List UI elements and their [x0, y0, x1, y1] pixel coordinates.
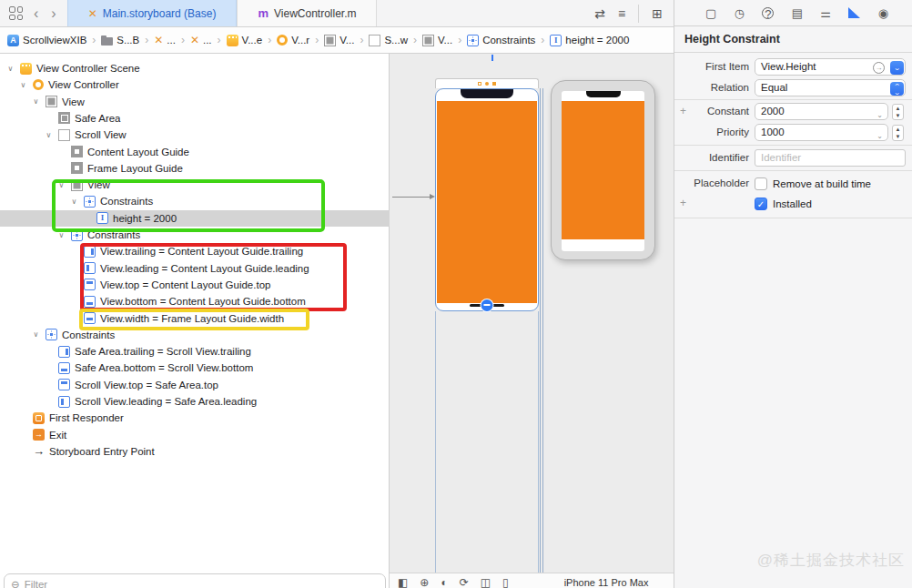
selection-handle[interactable]	[481, 299, 493, 311]
crumb-height-constraint[interactable]: height = 2000	[550, 35, 629, 46]
storyboard-canvas[interactable]: iPhone 11 Pro Max ◧⊕◐⟳◫▯	[390, 54, 674, 588]
outline-row-constraints[interactable]: ∨Constraints	[0, 193, 390, 209]
device-icon[interactable]: ▯	[502, 576, 509, 588]
crumb-constraints-icon	[467, 35, 479, 46]
installed-checkbox[interactable]: ✓	[755, 198, 767, 210]
crumb-storyboard-1[interactable]: ✕...	[154, 34, 176, 46]
device-label[interactable]: iPhone 11 Pro Max	[564, 576, 649, 588]
outline-filter-field[interactable]: ⊖ Filter	[4, 573, 386, 588]
file-inspector-icon[interactable]: ▢	[705, 7, 716, 19]
crumb-folder[interactable]: S...B	[101, 35, 139, 46]
identifier-field[interactable]: Identifier	[755, 149, 906, 167]
outline-row-view-controller[interactable]: ∨View Controller	[0, 76, 390, 93]
priority-combo-chevron[interactable]: ⌄	[877, 128, 883, 144]
placeholder-checkbox[interactable]	[755, 177, 767, 190]
crumb-constraints[interactable]: Constraints	[467, 35, 535, 46]
outline-row-first-responder[interactable]: First Responder	[0, 410, 390, 426]
tab-viewcontroller-m[interactable]: mViewController.m	[237, 0, 377, 26]
add-installed-variation-button[interactable]: +	[680, 195, 686, 212]
connections-inspector-icon[interactable]: ◉	[878, 7, 888, 19]
crumb-view-1[interactable]: V...	[324, 35, 354, 46]
constraints-icon	[46, 329, 57, 340]
view-controller-header-bar[interactable]	[435, 78, 539, 88]
disclosure-chevron-icon[interactable]: ∨	[31, 97, 41, 106]
adjust-editor-icon[interactable]: ◧	[398, 576, 408, 588]
disclosure-chevron-icon[interactable]: ∨	[18, 81, 28, 89]
crumb-project[interactable]: ScrollviewXIB	[7, 35, 86, 46]
device-preview-screen	[562, 91, 644, 251]
outline-row-content-layout-guide[interactable]: Content Layout Guide	[0, 144, 390, 160]
outline-row-view-top-content-layout-guide-top[interactable]: View.top = Content Layout Guide.top	[0, 277, 390, 293]
view-controller-mini-icon[interactable]	[478, 82, 481, 86]
orientation-icon[interactable]: ⟳	[460, 576, 469, 588]
outline-row-safe-area[interactable]: Safe Area	[0, 110, 390, 127]
disclosure-chevron-icon[interactable]: ∨	[5, 65, 15, 73]
outline-row-label: View.bottom = Content Layout Guide.botto…	[100, 296, 306, 307]
outline-row-scroll-view-top-safe-area-top[interactable]: Scroll View.top = Safe Area.top	[0, 377, 390, 393]
outline-row-storyboard-entry-point[interactable]: →Storyboard Entry Point	[0, 443, 390, 460]
attributes-inspector-icon[interactable]: ⚌	[820, 7, 831, 19]
priority-field[interactable]: 1000 ⌄	[755, 124, 888, 141]
tab-main-storyboard[interactable]: ✕Main.storyboard (Base)	[67, 0, 238, 26]
help-inspector-icon[interactable]: ?	[762, 7, 774, 19]
outline-row-safe-area-trailing-scroll-view-trailing[interactable]: Safe Area.trailing = Scroll View.trailin…	[0, 343, 390, 360]
outline-row-view[interactable]: ∨View	[0, 177, 390, 193]
disclosure-chevron-icon[interactable]: ∨	[56, 231, 66, 239]
constant-stepper[interactable]: ▲▼	[892, 104, 904, 120]
outline-row-label: Constraints	[100, 196, 153, 207]
outline-row-scroll-view[interactable]: ∨Scroll View	[0, 127, 390, 143]
disclosure-chevron-icon[interactable]: ∨	[31, 330, 41, 339]
crumb-scene[interactable]: V...e	[227, 35, 263, 46]
outline-row-constraints[interactable]: ∨Constraints	[0, 227, 390, 243]
outline-row-view[interactable]: ∨View	[0, 94, 390, 110]
disclosure-chevron-icon[interactable]: ∨	[56, 181, 66, 189]
add-editor-icon[interactable]: ⊞	[652, 6, 663, 21]
outline-row-scroll-view-leading-safe-area-leading[interactable]: Scroll View.leading = Safe Area.leading	[0, 393, 390, 410]
constraints-icon	[84, 196, 96, 208]
crumb-view-2[interactable]: V...	[422, 35, 452, 46]
canvas-scrollbar[interactable]	[540, 88, 543, 573]
crumb-scroll-view[interactable]: S...w	[369, 35, 408, 46]
add-device-icon[interactable]: ⊕	[420, 576, 429, 588]
outline-row-label: Constraints	[87, 229, 140, 240]
exit-mini-icon[interactable]	[492, 82, 497, 86]
toolbar-divider	[638, 5, 639, 23]
first-responder-mini-icon[interactable]	[485, 82, 489, 86]
outline-row-view-controller-scene[interactable]: ∨View Controller Scene	[0, 60, 390, 76]
storyboard-icon: ✕	[88, 7, 97, 20]
identity-inspector-icon[interactable]: ▤	[792, 7, 803, 19]
relation-popup-icon[interactable]: ⌃⌄	[890, 82, 904, 96]
outline-row-frame-layout-guide[interactable]: Frame Layout Guide	[0, 160, 390, 177]
crumb-storyboard-2[interactable]: ✕...	[190, 34, 212, 46]
outline-row-view-leading-content-layout-guide-leading[interactable]: View.leading = Content Layout Guide.lead…	[0, 260, 390, 277]
first-item-popup-icon[interactable]: ⌄	[890, 61, 904, 75]
orange-content-view[interactable]	[437, 101, 537, 303]
outline-row-view-bottom-content-layout-guide-bottom[interactable]: View.bottom = Content Layout Guide.botto…	[0, 293, 390, 309]
priority-stepper[interactable]: ▲▼	[892, 125, 904, 141]
c-icon	[84, 246, 96, 258]
outline-row-safe-area-bottom-scroll-view-bottom[interactable]: Safe Area.bottom = Scroll View.bottom	[0, 360, 390, 376]
target-arrow-icon[interactable]: →	[873, 62, 885, 74]
constant-combo-chevron[interactable]: ⌄	[877, 107, 883, 123]
outline-row-view-width-frame-layout-guide-width[interactable]: View.width = Frame Layout Guide.width	[0, 310, 390, 327]
appearance-icon[interactable]: ◐	[441, 576, 447, 588]
outline-row-constraints[interactable]: ∨Constraints	[0, 327, 390, 343]
outline-row-view-trailing-content-layout-guide-trailing[interactable]: View.trailing = Content Layout Guide.tra…	[0, 243, 390, 259]
forward-button[interactable]: ›	[49, 1, 57, 26]
related-items-icon[interactable]	[9, 6, 23, 20]
scroll-view-on-canvas[interactable]	[435, 88, 539, 311]
layout-columns-icon[interactable]: ◫	[481, 576, 491, 588]
size-inspector-icon[interactable]	[848, 7, 860, 18]
swap-editors-icon[interactable]: ⇄	[594, 6, 605, 21]
outline-row-exit[interactable]: Exit	[0, 427, 390, 443]
outline-row-height-2000[interactable]: height = 2000	[0, 210, 390, 227]
list-lines-icon[interactable]: ≡	[618, 6, 625, 21]
first-item-dropdown[interactable]: View.Height → ⌄	[755, 58, 906, 76]
constant-field[interactable]: 2000 ⌄	[755, 103, 888, 120]
back-button[interactable]: ‹	[32, 1, 40, 26]
disclosure-chevron-icon[interactable]: ∨	[69, 198, 79, 206]
crumb-view-controller[interactable]: V...r	[277, 35, 309, 46]
history-inspector-icon[interactable]: ◷	[735, 7, 745, 19]
relation-popup[interactable]: Equal ⌃⌄	[755, 79, 906, 96]
disclosure-chevron-icon[interactable]: ∨	[44, 131, 54, 139]
